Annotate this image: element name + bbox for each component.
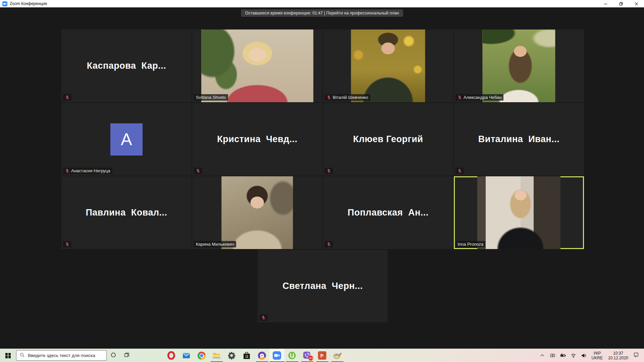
muted-mic-icon xyxy=(327,169,331,173)
minimize-button[interactable] xyxy=(598,0,613,7)
taskbar-app-mail[interactable] xyxy=(179,349,194,362)
participant-tile-6[interactable]: Кристина Чевд... xyxy=(192,103,322,176)
participant-avatar: А xyxy=(110,123,143,156)
participant-badge: Віталій Шевченко xyxy=(325,94,370,101)
chevron-up-icon[interactable] xyxy=(537,349,547,362)
taskbar: 123P УКР UKRE 10:37 10.12.2020 xyxy=(0,349,644,362)
participant-tile-8[interactable]: Виталина Иван... xyxy=(454,103,584,176)
participant-tile-5[interactable]: ААнастасия Негруца xyxy=(61,103,192,176)
participant-tile-11[interactable]: Поплавская Ан... xyxy=(323,176,453,249)
task-view-icon xyxy=(124,352,130,359)
participant-tile-2[interactable]: Svitlana Shvets xyxy=(192,29,322,102)
restore-button[interactable] xyxy=(613,0,629,7)
language-line1: УКР xyxy=(592,351,603,356)
language-line2: UKRE xyxy=(592,356,603,360)
time-remaining-banner[interactable]: Оставшееся время конференции: 01:47 | Пе… xyxy=(241,9,403,17)
volume-icon[interactable] xyxy=(579,349,589,362)
start-button[interactable] xyxy=(0,349,16,362)
window-titlebar: Zoom Конференция xyxy=(0,0,644,7)
settings-icon xyxy=(227,351,236,360)
system-tray: УКР UKRE 10:37 10.12.2020 xyxy=(537,349,644,362)
taskbar-app-zoom[interactable] xyxy=(269,349,284,362)
explorer-icon xyxy=(212,351,221,360)
participant-badge xyxy=(455,168,464,174)
participant-tile-13[interactable]: Светлана Черн... xyxy=(258,250,388,322)
muted-mic-icon xyxy=(65,95,69,100)
taskbar-search[interactable] xyxy=(16,350,107,361)
participant-name-label: Карина Милькевич xyxy=(196,242,234,247)
search-input[interactable] xyxy=(28,353,103,358)
cortana-icon xyxy=(110,352,116,359)
muted-mic-icon xyxy=(458,95,462,100)
zoom-window-icon xyxy=(2,1,7,6)
taskbar-apps: 123P xyxy=(164,349,345,362)
video-grid: Каспарова Кар...Svitlana ShvetsВіталій Ш… xyxy=(61,29,584,249)
window-title: Zoom Конференция xyxy=(10,1,47,6)
taskbar-app-paint[interactable] xyxy=(330,349,345,362)
wifi-icon[interactable] xyxy=(568,349,579,362)
clock-time: 10:37 xyxy=(608,351,628,356)
clock-date: 10.12.2020 xyxy=(608,356,628,360)
zoom-icon xyxy=(273,351,281,360)
taskbar-app-avast-browser[interactable] xyxy=(254,349,269,362)
muted-mic-icon xyxy=(196,169,200,173)
participant-name-centered: Кристина Чевд... xyxy=(192,103,322,176)
chrome-icon xyxy=(198,352,206,360)
participant-name-centered: Поплавская Ан... xyxy=(323,176,453,249)
opera-icon xyxy=(167,351,175,360)
participant-name-label: Александра Чебан xyxy=(464,95,501,100)
taskbar-app-powerpoint[interactable]: P xyxy=(315,349,330,362)
clock[interactable]: 10:37 10.12.2020 xyxy=(605,351,631,360)
screen: Zoom Конференция Оставшееся время конфер… xyxy=(0,0,644,362)
muted-mic-icon xyxy=(261,315,266,320)
participant-name-centered: Виталина Иван... xyxy=(454,103,584,176)
participant-tile-10[interactable]: Карина Милькевич xyxy=(192,176,322,249)
participant-badge xyxy=(325,168,333,174)
taskbar-app-explorer[interactable] xyxy=(209,349,224,362)
participant-tile-3[interactable]: Віталій Шевченко xyxy=(323,29,453,102)
participant-name-centered: Светлана Черн... xyxy=(258,250,388,322)
participant-tile-9[interactable]: Павлина Ковал... xyxy=(61,176,192,249)
viber-badge: 123 xyxy=(308,356,313,361)
battery-icon[interactable] xyxy=(558,349,568,362)
task-view-button[interactable] xyxy=(120,349,133,362)
cortana-button[interactable] xyxy=(107,349,120,362)
muted-mic-icon xyxy=(327,242,331,246)
mail-icon xyxy=(182,351,191,360)
participant-video xyxy=(201,29,313,102)
language-indicator[interactable]: УКР UKRE xyxy=(589,351,605,360)
participant-tile-7[interactable]: Клюев Георгий xyxy=(323,103,453,176)
zoom-tray-icon[interactable] xyxy=(547,349,558,362)
participant-name-centered: Павлина Ковал... xyxy=(61,176,192,249)
taskbar-app-chrome[interactable] xyxy=(194,349,209,362)
participant-badge xyxy=(63,241,71,247)
participant-video xyxy=(477,176,560,249)
time-remaining-text: Оставшееся время конференции: 01:47 | Пе… xyxy=(245,11,399,15)
muted-mic-icon xyxy=(65,169,69,173)
taskbar-app-utorrent[interactable] xyxy=(284,349,300,362)
participant-tile-1[interactable]: Каспарова Кар... xyxy=(61,29,192,102)
participant-badge xyxy=(259,314,268,321)
participant-tile-12[interactable]: Inna Pronoza xyxy=(454,176,584,249)
store-icon xyxy=(243,351,251,360)
svg-text:P: P xyxy=(320,353,324,358)
close-button[interactable] xyxy=(629,0,644,7)
powerpoint-icon: P xyxy=(318,351,326,360)
taskbar-app-settings[interactable] xyxy=(224,349,239,362)
taskbar-app-opera[interactable] xyxy=(164,349,179,362)
participant-badge: Карина Милькевич xyxy=(194,241,236,247)
avast-browser-icon xyxy=(258,352,266,360)
tray-icons xyxy=(537,349,589,362)
action-center-button[interactable] xyxy=(631,349,641,362)
search-icon xyxy=(19,352,25,359)
participant-name-label: Svitlana Shvets xyxy=(196,95,226,100)
participant-badge: Svitlana Shvets xyxy=(194,94,228,101)
action-center-icon xyxy=(633,352,639,359)
taskbar-app-viber[interactable]: 123 xyxy=(300,349,315,362)
participant-name-label: Віталій Шевченко xyxy=(333,95,368,100)
participant-badge: Анастасия Негруца xyxy=(63,168,112,174)
meeting-area: Оставшееся время конференции: 01:47 | Пе… xyxy=(0,7,644,349)
participant-badge: Inna Pronoza xyxy=(455,241,485,247)
participant-tile-4[interactable]: Александра Чебан xyxy=(454,29,584,102)
taskbar-app-store[interactable] xyxy=(239,349,254,362)
